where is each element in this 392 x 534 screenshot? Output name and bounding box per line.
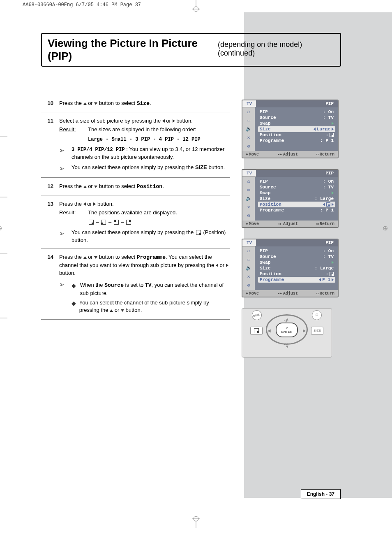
- setup-icon: ⚙: [247, 143, 250, 149]
- osd-category-icons: ⌂▭🔈✕⚙: [242, 246, 255, 290]
- text: button to select: [97, 254, 136, 260]
- osd-item: Position: [260, 272, 281, 276]
- osd-value: : On: [323, 248, 334, 253]
- pip-position-icon: [114, 220, 119, 225]
- result-text: The sizes are displayed in the following…: [88, 126, 230, 134]
- text: Select a size of sub picture by pressing…: [59, 118, 162, 124]
- pip-position-icon: [326, 202, 330, 207]
- osd-position-menu: TVPIP ⌂▭🔈✕⚙ PIP: On Source: TV Swap Size…: [242, 169, 339, 228]
- position-button-icon: [196, 230, 201, 235]
- bullet-icon: ◆: [71, 281, 80, 297]
- osd-item: Source: [260, 185, 276, 190]
- steps-column: 10 Press the or button to select Size. 1…: [41, 100, 230, 358]
- pip-position-icon: [330, 272, 334, 276]
- pip-modes: 3 PIP/4 PIP/12 PIP: [71, 147, 125, 153]
- trim-mark-top: [190, 0, 202, 12]
- chevron-right-icon: [332, 203, 334, 206]
- osd-hint-adjust: ◂▸ Adjust: [277, 291, 298, 296]
- right-arrow-icon: ▶: [303, 328, 306, 333]
- remote-pip-button: ⊞: [312, 310, 322, 320]
- osd-hint-return: ▭ Return: [316, 152, 334, 157]
- source-label: Source: [104, 282, 124, 288]
- step-number: 10: [41, 100, 59, 108]
- remote-enter-button: ↵ENTER: [276, 323, 298, 337]
- pip-position-icon: [89, 220, 94, 225]
- chevron-right-icon: [332, 122, 334, 125]
- osd-item-selected: Size: [260, 127, 270, 132]
- note-arrow-icon: ➢: [59, 280, 71, 314]
- osd-hint-adjust: ◂▸ Adjust: [277, 221, 298, 226]
- chevron-right-icon: [332, 261, 334, 264]
- input-icon: ▭: [247, 187, 250, 193]
- bullet-icon: ◆: [71, 299, 79, 315]
- target-option: Position: [137, 183, 162, 190]
- osd-hint-move: ♦ Move: [246, 221, 259, 226]
- page-subtitle: (depending on the model) (continued): [218, 40, 334, 58]
- note-arrow-icon: ➢: [59, 146, 71, 161]
- osd-item: Swap: [260, 190, 270, 195]
- text: .: [162, 183, 164, 189]
- osd-item: Size: [260, 266, 270, 271]
- page-number: English - 37: [301, 489, 341, 499]
- text: Press the: [59, 254, 83, 260]
- picture-icon: ⌂: [247, 179, 250, 184]
- text: button.: [124, 307, 142, 313]
- picture-icon: ⌂: [247, 109, 250, 115]
- channel-icon: ✕: [247, 274, 250, 280]
- step-number: 12: [41, 183, 59, 191]
- osd-value: : On: [323, 109, 334, 114]
- down-arrow-icon: [121, 309, 124, 312]
- sound-icon: 🔈: [246, 126, 252, 132]
- setup-icon: ⚙: [247, 282, 250, 288]
- osd-value: : TV: [323, 254, 334, 259]
- trim-tick: [0, 197, 7, 197]
- text: or: [218, 262, 226, 268]
- channel-down-label: ⌄P: [283, 342, 288, 346]
- up-arrow-icon: [83, 102, 87, 105]
- text: Press the: [59, 100, 83, 106]
- text: You can select these options simply by p…: [71, 229, 195, 235]
- text: button to select: [97, 100, 136, 106]
- osd-tab-tv: TV: [242, 170, 256, 177]
- osd-item: PIP: [260, 179, 268, 184]
- remote-size-button: SIZE: [311, 327, 323, 335]
- text: Press the: [59, 201, 83, 207]
- target-option: Programme: [137, 254, 166, 260]
- step-number: 14: [41, 253, 59, 314]
- picture-icon: ⌂: [247, 248, 250, 254]
- step-number: 13: [41, 200, 59, 244]
- osd-hint-return: ▭ Return: [316, 221, 334, 226]
- register-mark-left: ⊕: [0, 224, 2, 232]
- text: button.: [207, 164, 225, 170]
- osd-hint-move: ♦ Move: [246, 291, 259, 296]
- osd-value: : Large: [315, 196, 334, 201]
- result-label: Result:: [59, 126, 88, 134]
- text: or: [86, 201, 94, 207]
- right-arrow-icon: [226, 264, 228, 267]
- osd-value: : On: [323, 179, 334, 184]
- channel-icon: ✕: [247, 204, 250, 210]
- trim-mark-bottom: [190, 515, 202, 528]
- tv-label: TV: [145, 282, 152, 288]
- left-arrow-icon: ◀: [267, 328, 271, 333]
- text: You can select the channel of the sub pi…: [79, 300, 209, 313]
- osd-title-pip: PIP: [256, 170, 338, 177]
- step-12: 12 Press the or button to select Positio…: [41, 183, 230, 195]
- result-label: Result:: [59, 209, 88, 217]
- osd-item: Size: [260, 196, 270, 201]
- osd-item: Programme: [260, 208, 284, 213]
- remote-menu-button: MENU: [251, 309, 263, 321]
- input-icon: ▭: [247, 117, 250, 123]
- osd-category-icons: ⌂▭🔈✕⚙: [242, 107, 255, 151]
- text: Press the: [59, 183, 83, 189]
- osd-hint-move: ♦ Move: [246, 152, 259, 157]
- result-text: The positions available are displayed.: [88, 209, 230, 217]
- trim-tick: [0, 136, 7, 137]
- trim-tick: [0, 318, 7, 318]
- trim-tick: [0, 253, 7, 254]
- pip-position-icon: [330, 133, 334, 137]
- setup-icon: ⚙: [247, 213, 250, 219]
- osd-item-selected: Position: [260, 202, 281, 207]
- chevron-left-icon: [319, 278, 321, 281]
- osd-value: : TV: [323, 185, 334, 190]
